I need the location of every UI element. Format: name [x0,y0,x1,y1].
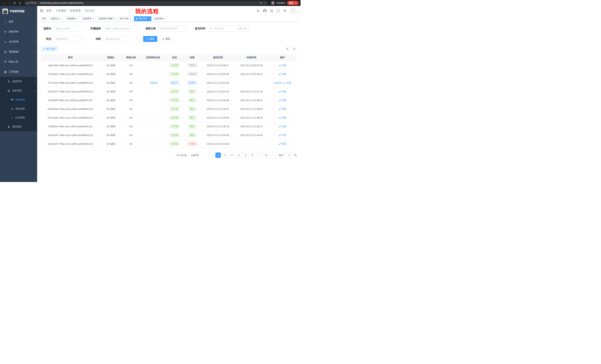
more-pages-button[interactable]: ··· [257,153,262,158]
fullscreen-icon[interactable] [277,9,280,12]
breadcrumb-task-mgmt[interactable]: 任务管理 [70,9,80,12]
close-icon[interactable]: × [60,18,62,20]
tab-process-definition[interactable]: 流程定义× [49,16,64,21]
sidebar-item-infrastructure[interactable]: ▤基础设施▾ [0,47,37,57]
close-icon[interactable]: × [148,18,150,20]
detail-link[interactable]: 详情 [279,142,286,146]
cell-status: 已完成 [166,105,183,113]
detail-link[interactable]: 详情 [279,116,286,119]
tab-label: 流程定义 [51,17,60,20]
close-icon[interactable]: × [92,18,94,20]
page-button-4[interactable]: 4 [236,153,241,158]
sidebar-item-task-mgmt[interactable]: ⊞任务管理▴ [0,86,37,95]
chrome-update-button[interactable]: 更新 ⋮ [287,1,299,5]
prev-page-button[interactable]: ‹ [209,153,214,158]
app-header: 首页 / 工作流程 / 任务管理 / 我的流程 我的流程 ? [37,6,300,16]
kebab-menu-icon[interactable]: ⋮ [295,2,297,4]
user-menu[interactable]: ▾ [290,8,298,14]
user-icon [7,125,10,128]
page-button-2[interactable]: 2 [222,153,228,158]
owner-process-input[interactable] [103,26,139,31]
table-row: 7317cec6-7b9b-11ec-b5b7-acde48001122OA 请… [41,78,297,87]
home-icon[interactable] [18,1,22,5]
sidebar-item-payment-mgmt[interactable]: ¥支付管理▾ [0,37,37,47]
breadcrumb-home[interactable]: 首页 [46,9,51,12]
cell-category: OA [122,140,140,148]
incognito-indicator[interactable]: 无痕模式 [271,1,285,5]
sidebar-item-my-process[interactable]: 我的流程 [0,95,37,104]
search-icon[interactable] [257,9,260,12]
tab-my-process[interactable]: 我的流程× [134,16,151,21]
back-icon[interactable]: ← [2,1,6,5]
close-icon[interactable]: × [114,18,115,20]
sidebar-item-process-mgmt[interactable]: ≣流程管理▾ [0,77,37,86]
sidebar-item-todo-tasks[interactable]: ◎待办任务 [0,104,37,113]
address-bar[interactable]: 不安全 | dashboard.yudao.iocoder.cn/bpm/tas… [24,1,268,5]
page-button-5[interactable]: 5 [243,153,248,158]
start-process-button[interactable]: 发起流程 [41,46,58,51]
sidebar-item-system-mgmt[interactable]: ⚙系统管理▾ [0,27,37,37]
url-text[interactable]: dashboard.yudao.iocoder.cn/bpm/task/my [40,2,258,4]
current-task-link[interactable]: 一级审批 [148,81,158,85]
password-key-icon[interactable] [260,2,262,4]
next-page-button[interactable]: › [270,153,276,158]
sidebar-item-leave-query[interactable]: 请假查询 [0,122,37,131]
sidebar-item-label: 首页 [9,20,14,23]
cell-result: 通过 [183,105,201,113]
cell-status: 已完成 [166,61,183,70]
detail-link[interactable]: 详情 [279,64,286,67]
close-icon[interactable]: × [77,18,78,20]
cell-result: 已取消 [183,61,201,70]
page-button-1[interactable]: 1 [215,153,221,158]
submit-time-range-picker[interactable]: 开始日期 - 结束日期 [208,26,249,31]
detail-link[interactable]: 详情 [279,99,286,102]
security-warning[interactable]: 不安全 [26,1,37,5]
page-button-6[interactable]: 6 [250,153,255,158]
breadcrumb-workflow[interactable]: 工作流程 [56,9,66,12]
github-icon[interactable] [263,9,267,12]
page-size-select[interactable]: 10条/页 ▾ [189,153,207,158]
show-search-button[interactable] [285,46,290,51]
detail-link[interactable]: 详情 [279,125,286,128]
tab-process-form[interactable]: 流程表单× [81,16,96,21]
help-icon[interactable]: ? [270,9,273,12]
detail-link[interactable]: 详情 [279,90,286,93]
total-count: 共 104 条 [176,153,187,157]
active-tab-dot [136,18,137,19]
search-button[interactable]: 搜索 [143,36,157,42]
hamburger-icon[interactable] [40,9,43,12]
tab-user-group[interactable]: 用户分组× [118,16,133,21]
reset-button[interactable]: 重置 [159,36,173,42]
result-select[interactable]: 请选择流结果 ▾ [103,36,139,42]
reload-icon[interactable] [13,1,16,5]
detail-link[interactable]: 详情 [279,134,286,137]
bookmark-star-icon[interactable]: ☆ [264,2,266,4]
category-select[interactable]: 请选择流程分类 ▾ [158,26,188,31]
sidebar-item-home[interactable]: ⌂首页 [0,17,37,27]
process-name-input[interactable] [53,26,84,31]
cancel-link[interactable]: 取消 [274,81,281,85]
tab-home[interactable]: 首页 [40,16,48,21]
cell-current-task [140,131,166,140]
page-button-3[interactable]: 3 [229,153,235,158]
refresh-table-button[interactable] [292,46,297,51]
sidebar-item-done-tasks[interactable]: ✓已办任务 [0,113,37,122]
sidebar-item-workflow[interactable]: ▣工作流程▴ [0,67,37,77]
close-icon[interactable]: × [164,18,166,20]
forward-icon[interactable]: → [7,1,11,5]
tab-process-form-edit[interactable]: 流程表单-编辑× [97,16,117,21]
status-select[interactable]: 请选择状态 ▾ [53,36,84,42]
tab-process-model[interactable]: 流程模型× [65,16,80,21]
app-logo[interactable]: 芋道管理系统 [0,6,37,17]
font-size-icon[interactable]: TT [283,10,286,12]
goto-page-input[interactable] [285,153,293,158]
tab-start-process[interactable]: 发起流程× [152,16,167,21]
detail-link[interactable]: 详情 [283,81,291,85]
page-button-11[interactable]: 11 [263,153,269,158]
sidebar-item-dev-tools[interactable]: ⚒研发工具▾ [0,57,37,67]
close-icon[interactable]: × [130,18,131,20]
sidebar-item-label: 请假查询 [12,125,22,128]
col-result: 结果 [183,54,201,61]
detail-link[interactable]: 详情 [279,107,286,111]
detail-link[interactable]: 详情 [279,73,286,76]
